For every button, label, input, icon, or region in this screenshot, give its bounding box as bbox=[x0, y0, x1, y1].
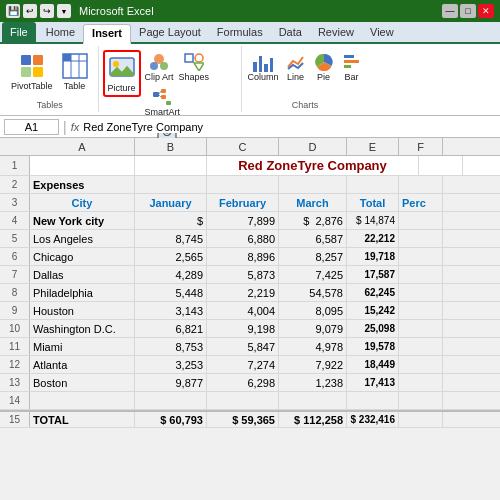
pivottable-button[interactable]: PivotTable bbox=[8, 50, 56, 93]
cell[interactable]: 62,245 bbox=[347, 284, 399, 301]
smartart-button[interactable]: SmartArt bbox=[143, 85, 183, 119]
cell[interactable]: 8,896 bbox=[207, 248, 279, 265]
cell[interactable]: 6,587 bbox=[279, 230, 347, 247]
cell[interactable] bbox=[135, 176, 207, 193]
cell[interactable] bbox=[135, 392, 207, 409]
redo-icon[interactable]: ↪ bbox=[40, 4, 54, 18]
maximize-button[interactable]: □ bbox=[460, 4, 476, 18]
cell[interactable]: 3,143 bbox=[135, 302, 207, 319]
col-header-d[interactable]: D bbox=[279, 138, 347, 155]
cell[interactable]: 7,274 bbox=[207, 356, 279, 373]
tab-home[interactable]: Home bbox=[38, 22, 83, 42]
cell[interactable]: 7,899 bbox=[207, 212, 279, 229]
cell[interactable] bbox=[399, 356, 443, 373]
cell-city[interactable]: Atlanta bbox=[30, 356, 135, 373]
cell-city[interactable]: Boston bbox=[30, 374, 135, 391]
cell-percent-header[interactable]: Perc bbox=[399, 194, 443, 211]
cell[interactable] bbox=[347, 392, 399, 409]
cell[interactable] bbox=[399, 320, 443, 337]
cell[interactable] bbox=[399, 212, 443, 229]
tab-review[interactable]: Review bbox=[310, 22, 362, 42]
tab-file[interactable]: File bbox=[2, 22, 36, 42]
cell[interactable]: 25,098 bbox=[347, 320, 399, 337]
cell[interactable]: 17,413 bbox=[347, 374, 399, 391]
cell[interactable] bbox=[347, 176, 399, 193]
tab-data[interactable]: Data bbox=[271, 22, 310, 42]
cell[interactable]: 5,873 bbox=[207, 266, 279, 283]
cell[interactable] bbox=[399, 302, 443, 319]
col-header-f[interactable]: F bbox=[399, 138, 443, 155]
cell-reference[interactable] bbox=[4, 119, 59, 135]
cell-city[interactable]: Miami bbox=[30, 338, 135, 355]
cell[interactable] bbox=[399, 412, 443, 427]
cell[interactable]: 7,425 bbox=[279, 266, 347, 283]
cell[interactable]: 9,079 bbox=[279, 320, 347, 337]
cell[interactable]: 8,745 bbox=[135, 230, 207, 247]
cell[interactable] bbox=[207, 392, 279, 409]
cell[interactable]: 19,578 bbox=[347, 338, 399, 355]
cell[interactable]: 8,095 bbox=[279, 302, 347, 319]
cell[interactable]: $ 232,416 bbox=[347, 412, 399, 427]
cell[interactable]: $ 60,793 bbox=[135, 412, 207, 427]
cell[interactable]: $ 2,876 bbox=[279, 212, 347, 229]
minimize-button[interactable]: — bbox=[442, 4, 458, 18]
cell[interactable]: 5,847 bbox=[207, 338, 279, 355]
cell[interactable]: 15,242 bbox=[347, 302, 399, 319]
cell-february-header[interactable]: February bbox=[207, 194, 279, 211]
cell-city[interactable]: Houston bbox=[30, 302, 135, 319]
cell[interactable] bbox=[279, 392, 347, 409]
cell[interactable]: 54,578 bbox=[279, 284, 347, 301]
cell-city[interactable]: Philadelphia bbox=[30, 284, 135, 301]
cell[interactable]: 18,449 bbox=[347, 356, 399, 373]
cell[interactable] bbox=[135, 156, 207, 175]
picture-button[interactable]: Picture bbox=[103, 50, 141, 97]
pie-chart-button[interactable]: Pie bbox=[311, 50, 337, 84]
col-header-e[interactable]: E bbox=[347, 138, 399, 155]
table-button[interactable]: Table bbox=[58, 50, 92, 93]
cell[interactable] bbox=[399, 248, 443, 265]
cell[interactable]: 3,253 bbox=[135, 356, 207, 373]
shapes-button[interactable]: Shapes bbox=[177, 50, 212, 84]
cell[interactable] bbox=[399, 392, 443, 409]
cell[interactable] bbox=[30, 392, 135, 409]
formula-input[interactable] bbox=[83, 121, 496, 133]
cell[interactable]: 4,289 bbox=[135, 266, 207, 283]
cell-march-header[interactable]: March bbox=[279, 194, 347, 211]
col-header-b[interactable]: B bbox=[135, 138, 207, 155]
cell[interactable] bbox=[399, 284, 443, 301]
cell[interactable] bbox=[419, 156, 463, 175]
title-cell[interactable]: Red ZoneTyre Company bbox=[207, 156, 419, 175]
undo-icon[interactable]: ↩ bbox=[23, 4, 37, 18]
cell[interactable]: 22,212 bbox=[347, 230, 399, 247]
quick-access-toolbar[interactable]: 💾 ↩ ↪ ▼ bbox=[6, 4, 71, 18]
cell[interactable]: $ 59,365 bbox=[207, 412, 279, 427]
cell[interactable]: 6,880 bbox=[207, 230, 279, 247]
cell-total[interactable]: TOTAL bbox=[30, 412, 135, 427]
cell[interactable]: $ 14,874 bbox=[347, 212, 399, 229]
cell[interactable] bbox=[207, 176, 279, 193]
cell[interactable]: 9,877 bbox=[135, 374, 207, 391]
cell-city[interactable]: New York city bbox=[30, 212, 135, 229]
cell[interactable]: 19,718 bbox=[347, 248, 399, 265]
cell[interactable]: 9,198 bbox=[207, 320, 279, 337]
cell-city-header[interactable]: City bbox=[30, 194, 135, 211]
cell[interactable]: 6,298 bbox=[207, 374, 279, 391]
cell[interactable]: 6,821 bbox=[135, 320, 207, 337]
cell[interactable]: 4,004 bbox=[207, 302, 279, 319]
col-header-c[interactable]: C bbox=[207, 138, 279, 155]
save-icon[interactable]: 💾 bbox=[6, 4, 20, 18]
cell-city[interactable]: Los Angeles bbox=[30, 230, 135, 247]
cell-city[interactable]: Chicago bbox=[30, 248, 135, 265]
cell[interactable]: 8,753 bbox=[135, 338, 207, 355]
cell[interactable] bbox=[399, 230, 443, 247]
cell[interactable] bbox=[399, 374, 443, 391]
cell-total-header[interactable]: Total bbox=[347, 194, 399, 211]
cell[interactable]: 1,238 bbox=[279, 374, 347, 391]
column-chart-button[interactable]: Column bbox=[246, 50, 281, 84]
bar-chart-button[interactable]: Bar bbox=[339, 50, 365, 84]
tab-formulas[interactable]: Formulas bbox=[209, 22, 271, 42]
cell-city[interactable]: Dallas bbox=[30, 266, 135, 283]
close-button[interactable]: ✕ bbox=[478, 4, 494, 18]
col-header-a[interactable]: A bbox=[30, 138, 135, 155]
cell[interactable]: 4,978 bbox=[279, 338, 347, 355]
